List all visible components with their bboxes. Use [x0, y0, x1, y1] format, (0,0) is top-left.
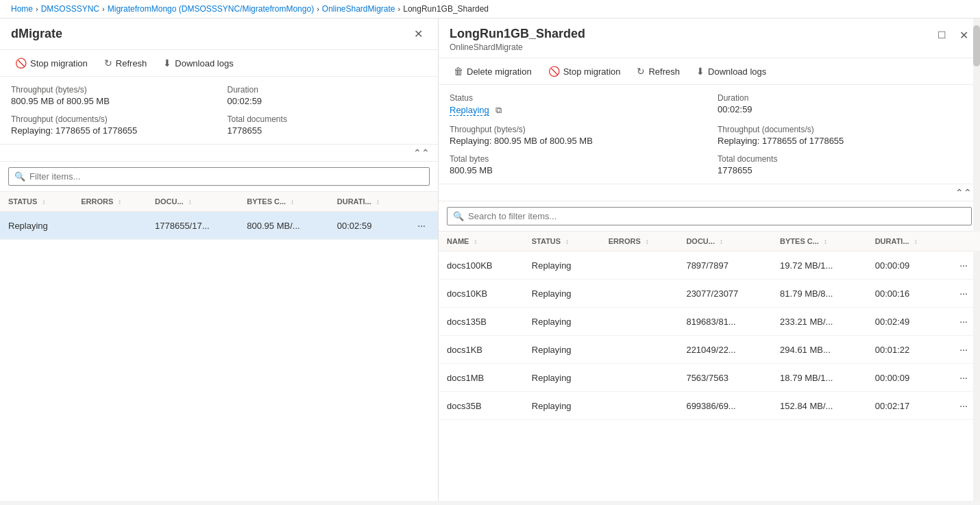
- row-more-button[interactable]: ···: [955, 371, 972, 384]
- sort-icon: ↕: [824, 238, 827, 245]
- stop-icon: 🚫: [15, 58, 27, 69]
- right-total-docs-label: Total documents: [718, 154, 969, 164]
- right-collapse-bar: ⌃⌃: [439, 184, 980, 201]
- left-col-status[interactable]: STATUS ↕: [0, 192, 73, 212]
- left-stats: Throughput (bytes/s) 800.95 MB of 800.95…: [0, 77, 438, 145]
- table-row[interactable]: docs35B Replaying 699386/69... 152.84 MB…: [439, 392, 980, 420]
- row-documents: 7563/7563: [678, 364, 772, 392]
- left-col-durati[interactable]: DURATI... ↕: [329, 192, 406, 212]
- row-errors: [600, 336, 678, 364]
- row-status: Replaying: [524, 308, 600, 336]
- right-stat-duration: Duration 00:02:59: [718, 93, 969, 116]
- left-toolbar: 🚫 Stop migration ↻ Refresh ⬇ Download lo…: [0, 50, 438, 77]
- right-stat-status: Status Replaying ⧉: [450, 93, 701, 116]
- row-more-button[interactable]: ···: [413, 219, 430, 232]
- right-toolbar: 🗑 Delete migration 🚫 Stop migration ↻ Re…: [439, 58, 980, 85]
- copy-status-button[interactable]: ⧉: [493, 104, 504, 116]
- row-errors: [600, 251, 678, 280]
- left-col-actions: [405, 192, 438, 212]
- right-collapse-button[interactable]: ⌃⌃: [955, 187, 972, 198]
- row-duration: 00:02:49: [867, 308, 948, 336]
- breadcrumb-dmsosssync[interactable]: DMSOSSSYNC: [41, 4, 99, 14]
- right-stat-throughput-docs: Throughput (documents/s) Replaying: 1778…: [718, 125, 969, 146]
- breadcrumb-current: LongRun1GB_Sharded: [403, 4, 489, 14]
- left-col-errors[interactable]: ERRORS ↕: [73, 192, 147, 212]
- sort-icon: ↕: [42, 198, 45, 206]
- left-total-docs-label: Total documents: [228, 114, 428, 124]
- sort-icon: ↕: [565, 238, 569, 245]
- right-stats: Status Replaying ⧉ Duration 00:02:59 Thr…: [439, 85, 980, 184]
- right-stat-total-bytes: Total bytes 800.95 MB: [450, 154, 701, 175]
- table-row[interactable]: docs10KB Replaying 23077/23077 81.79 MB/…: [439, 280, 980, 308]
- right-refresh-button[interactable]: ↻ Refresh: [630, 62, 687, 80]
- right-search-wrap: 🔍: [447, 207, 972, 225]
- row-more-button[interactable]: ···: [955, 258, 972, 272]
- right-duration-value: 00:02:59: [718, 104, 969, 114]
- right-col-errors[interactable]: ERRORS ↕: [600, 232, 678, 251]
- left-search-input[interactable]: [29, 171, 424, 182]
- row-more-button[interactable]: ···: [955, 286, 972, 300]
- breadcrumb-onlineshard[interactable]: OnlineShardMigrate: [322, 4, 395, 14]
- left-col-bytes[interactable]: BYTES C... ↕: [238, 192, 328, 212]
- row-duration: 00:02:59: [329, 212, 406, 240]
- right-total-bytes-value: 800.95 MB: [450, 165, 701, 175]
- row-bytes: 800.95 MB/...: [238, 212, 328, 240]
- right-stop-migration-button[interactable]: 🚫 Stop migration: [541, 62, 628, 80]
- right-close-button[interactable]: ✕: [954, 25, 973, 45]
- table-row[interactable]: docs135B Replaying 819683/81... 233.21 M…: [439, 308, 980, 336]
- breadcrumb-home[interactable]: Home: [11, 4, 33, 14]
- right-maximize-button[interactable]: ☐: [932, 25, 951, 45]
- left-duration-value: 00:02:59: [228, 96, 428, 106]
- right-col-name[interactable]: NAME ↕: [439, 232, 524, 251]
- row-documents: 221049/22...: [678, 336, 772, 364]
- right-col-actions: [947, 232, 980, 251]
- right-status-label: Status: [450, 93, 701, 103]
- right-delete-migration-button[interactable]: 🗑 Delete migration: [447, 62, 539, 80]
- row-status: Replaying: [524, 336, 600, 364]
- scrollbar-track[interactable]: [973, 19, 980, 501]
- row-more-button[interactable]: ···: [955, 315, 972, 328]
- left-stop-migration-label: Stop migration: [30, 58, 88, 69]
- right-col-durati[interactable]: DURATI... ↕: [867, 232, 948, 251]
- scrollbar-thumb[interactable]: [973, 25, 980, 66]
- table-row[interactable]: docs1MB Replaying 7563/7563 18.79 MB/1..…: [439, 364, 980, 392]
- left-duration-label: Duration: [228, 85, 428, 95]
- left-panel-title: dMigrate: [11, 27, 62, 41]
- row-errors: [600, 280, 678, 308]
- left-table-header-row: STATUS ↕ ERRORS ↕ DOCU... ↕ BYTES C... ↕…: [0, 192, 438, 212]
- sort-icon: ↕: [291, 198, 294, 206]
- sort-icon: ↕: [720, 238, 723, 245]
- right-throughput-bytes-value: Replaying: 800.95 MB of 800.95 MB: [450, 136, 701, 146]
- row-duration: 00:02:17: [867, 392, 948, 420]
- right-col-docu[interactable]: DOCU... ↕: [678, 232, 772, 251]
- right-status-value[interactable]: Replaying: [450, 105, 489, 116]
- right-download-logs-button[interactable]: ⬇ Download logs: [689, 62, 773, 80]
- left-close-button[interactable]: ✕: [410, 25, 427, 42]
- left-throughput-docs-value: Replaying: 1778655 of 1778655: [11, 125, 211, 136]
- right-delete-migration-label: Delete migration: [467, 66, 532, 77]
- right-throughput-docs-value: Replaying: 1778655 of 1778655: [718, 136, 969, 146]
- row-more-button[interactable]: ···: [955, 399, 972, 412]
- right-search-input[interactable]: [468, 211, 966, 221]
- left-panel: dMigrate ✕ 🚫 Stop migration ↻ Refresh ⬇ …: [0, 19, 439, 501]
- row-name: docs10KB: [439, 280, 524, 308]
- right-status-value-wrap: Replaying ⧉: [450, 104, 701, 116]
- breadcrumb-migratefrom[interactable]: MigratefromMongo (DMSOSSSYNC/Migratefrom…: [108, 4, 314, 14]
- left-download-logs-button[interactable]: ⬇ Download logs: [156, 54, 240, 72]
- row-duration: 00:01:22: [867, 336, 948, 364]
- left-collapse-button[interactable]: ⌃⌃: [413, 147, 430, 158]
- right-col-status[interactable]: STATUS ↕: [524, 232, 600, 251]
- row-bytes: 81.79 MB/8...: [772, 280, 867, 308]
- download-icon: ⬇: [696, 66, 705, 77]
- table-row[interactable]: docs1KB Replaying 221049/22... 294.61 MB…: [439, 336, 980, 364]
- left-refresh-button[interactable]: ↻ Refresh: [97, 54, 154, 72]
- breadcrumb: Home › DMSOSSSYNC › MigratefromMongo (DM…: [0, 0, 980, 19]
- table-row[interactable]: docs100KB Replaying 7897/7897 19.72 MB/1…: [439, 251, 980, 280]
- table-row[interactable]: Replaying 1778655/17... 800.95 MB/... 00…: [0, 212, 438, 240]
- row-bytes: 294.61 MB...: [772, 336, 867, 364]
- right-col-bytes[interactable]: BYTES C... ↕: [772, 232, 867, 251]
- row-more-button[interactable]: ···: [955, 343, 972, 356]
- left-stop-migration-button[interactable]: 🚫 Stop migration: [8, 54, 95, 72]
- left-col-docu[interactable]: DOCU... ↕: [147, 192, 238, 212]
- right-total-docs-value: 1778655: [718, 165, 969, 175]
